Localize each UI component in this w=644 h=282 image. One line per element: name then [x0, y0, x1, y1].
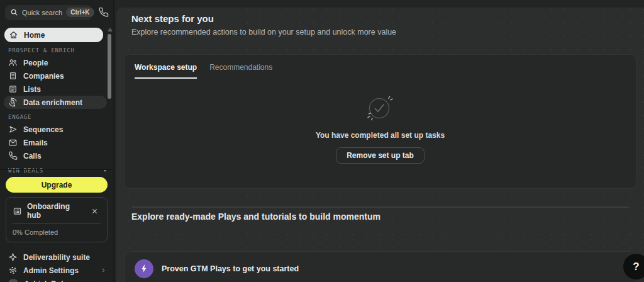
sidebar-item-calls[interactable]: Calls — [4, 149, 104, 162]
phone-icon — [8, 151, 18, 161]
sidebar: Quick search Ctrl+K Home PROSPECT & ENRI… — [0, 0, 114, 282]
home-icon — [9, 30, 18, 40]
next-steps-card: Workspace setup Recommendations — [124, 54, 636, 189]
plays-card-title: Proven GTM Plays to get you started — [162, 264, 299, 273]
sidebar-item-label: Companies — [23, 72, 64, 81]
sidebar-item-companies[interactable]: Companies — [4, 69, 104, 82]
sidebar-item-sequences[interactable]: Sequences — [4, 123, 104, 136]
page-subtitle: Explore recommended actions to build on … — [131, 28, 396, 37]
onboarding-hub-icon — [13, 206, 22, 216]
search-shortcut-badge: Ctrl+K — [66, 8, 94, 17]
sidebar-nav: Home PROSPECT & ENRICH People Companies … — [0, 27, 113, 176]
tab-bar: Workspace setup Recommendations — [125, 55, 636, 79]
people-icon — [8, 58, 18, 67]
envelope-icon — [8, 138, 18, 147]
user-menu[interactable]: AD Ashish Dubey — [0, 277, 113, 282]
section-label-engage: ENGAGE — [8, 113, 113, 120]
sidebar-item-label: Home — [24, 31, 45, 40]
onboarding-hub-row[interactable]: Onboarding hub — [6, 198, 107, 223]
sidebar-bottom: Upgrade Onboarding hub 0% Completed — [0, 169, 113, 282]
tab-workspace-setup[interactable]: Workspace setup — [135, 63, 197, 79]
tab-recommendations[interactable]: Recommendations — [209, 63, 272, 79]
section-label-prospect: PROSPECT & ENRICH — [8, 47, 113, 54]
lightning-icon — [135, 259, 153, 278]
chevron-right-icon — [100, 267, 107, 274]
sidebar-item-lists[interactable]: Lists — [4, 82, 104, 96]
help-button[interactable]: ? — [623, 254, 644, 279]
dialer-button[interactable] — [96, 5, 111, 20]
sidebar-item-label: Lists — [23, 85, 41, 94]
sidebar-item-admin-settings[interactable]: Admin Settings — [0, 264, 113, 277]
sidebar-item-deliverability-suite[interactable]: Deliverability suite — [0, 251, 113, 264]
completed-message: You have completed all set up tasks — [316, 131, 445, 140]
onboarding-progress-text: 0% Completed — [6, 224, 107, 242]
sidebar-item-label: Deliverability suite — [23, 253, 90, 262]
sidebar-item-label: People — [23, 59, 48, 67]
home-panel: Next steps for you Explore recommended a… — [116, 8, 644, 282]
onboarding-hub-card: Onboarding hub 0% Completed — [6, 197, 108, 242]
sidebar-item-label: Emails — [23, 138, 48, 147]
gear-icon — [8, 266, 18, 275]
page-title: Next steps for you — [131, 13, 214, 24]
sidebar-item-label: Admin Settings — [23, 266, 79, 275]
send-icon — [8, 125, 18, 134]
sidebar-item-data-enrichment[interactable]: Data enrichment — [4, 96, 107, 109]
search-placeholder: Quick search — [22, 9, 62, 16]
data-enrichment-icon — [8, 98, 18, 107]
plays-section-heading: Explore ready-made Plays and tutorials t… — [131, 212, 380, 222]
sidebar-item-label: Data enrichment — [23, 98, 82, 107]
plays-card: Proven GTM Plays to get you started — [124, 251, 636, 282]
close-icon — [91, 207, 102, 215]
building-icon — [8, 71, 18, 81]
completed-check-illustration — [363, 93, 398, 124]
search-input[interactable]: Quick search Ctrl+K — [5, 5, 92, 20]
avatar: AD — [8, 279, 18, 282]
sidebar-item-home[interactable]: Home — [4, 28, 103, 42]
sidebar-footer: Deliverability suite Admin Settings AD A… — [0, 251, 113, 282]
sidebar-item-label: Calls — [23, 152, 42, 161]
sidebar-item-people[interactable]: People — [4, 56, 104, 69]
search-icon — [10, 8, 18, 16]
search-row: Quick search Ctrl+K — [5, 4, 111, 20]
upgrade-button[interactable]: Upgrade — [6, 177, 108, 193]
main-content: Next steps for you Explore recommended a… — [114, 0, 644, 282]
phone-icon — [98, 7, 109, 18]
user-name: Ashish Dubey — [24, 279, 74, 282]
list-icon — [8, 84, 18, 94]
onboarding-close-button[interactable] — [91, 205, 102, 217]
sidebar-item-label: Sequences — [23, 125, 63, 134]
sparkle-icon — [8, 252, 18, 262]
setup-empty-state: You have completed all set up tasks Remo… — [125, 79, 636, 164]
sidebar-item-emails[interactable]: Emails — [4, 136, 104, 149]
onboarding-hub-title: Onboarding hub — [27, 202, 86, 220]
section-divider — [131, 206, 629, 208]
remove-setup-tab-button[interactable]: Remove set up tab — [336, 147, 425, 164]
plays-card-header[interactable]: Proven GTM Plays to get you started — [125, 252, 636, 282]
